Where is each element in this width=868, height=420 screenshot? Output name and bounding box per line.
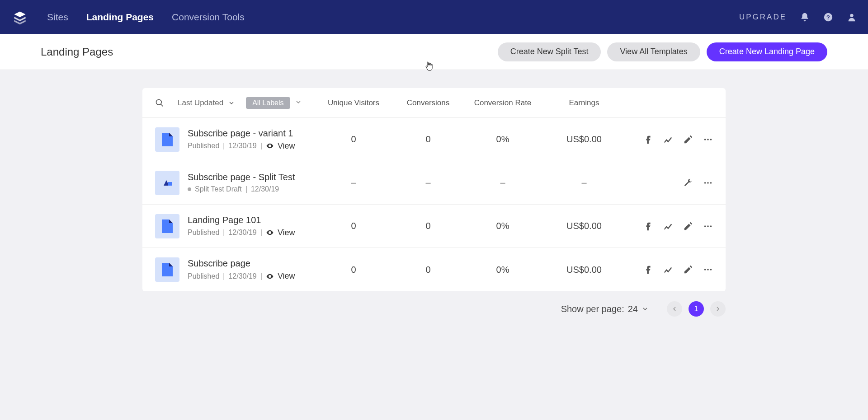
stat-earnings: US$0.00: [555, 134, 613, 145]
view-link[interactable]: View: [278, 228, 295, 238]
sub-header: Landing Pages Create New Split Test View…: [0, 34, 868, 70]
per-page-selector[interactable]: Show per page: 24: [561, 304, 649, 314]
view-link[interactable]: View: [278, 141, 295, 151]
more-icon[interactable]: [703, 135, 713, 145]
nav-landing-pages[interactable]: Landing Pages: [86, 12, 154, 23]
row-status: Published: [188, 142, 219, 150]
chevron-down-icon: [642, 305, 649, 313]
create-landing-page-button[interactable]: Create New Landing Page: [707, 42, 827, 61]
page-thumbnail-icon: [155, 127, 179, 152]
row-info: Landing Page 101 Published| 12/30/19| Vi…: [188, 215, 324, 238]
more-icon[interactable]: [703, 221, 713, 231]
svg-point-5: [704, 139, 706, 140]
table: Last Updated All Labels Unique Visitors …: [142, 88, 726, 291]
stat-conversions: –: [406, 177, 451, 188]
svg-point-6: [707, 139, 709, 140]
stat-unique-visitors: 0: [324, 265, 383, 275]
split-test-thumbnail-icon: [155, 171, 179, 195]
col-earnings: Earnings: [555, 98, 613, 107]
status-dot-icon: [188, 187, 191, 191]
stat-conversions: 0: [406, 134, 451, 145]
row-title[interactable]: Subscribe page - Split Test: [188, 172, 324, 182]
col-conversion-rate: Conversion Rate: [473, 98, 532, 107]
page-number-current[interactable]: 1: [689, 301, 704, 317]
stat-conversion-rate: 0%: [473, 221, 532, 231]
stat-unique-visitors: 0: [324, 134, 383, 145]
svg-point-3: [156, 99, 162, 105]
row-meta: Published| 12/30/19| View: [188, 228, 324, 238]
table-row: Subscribe page - Split Test Split Test D…: [142, 161, 726, 205]
help-icon[interactable]: ?: [823, 12, 834, 23]
table-row: Subscribe page - variant 1 Published| 12…: [142, 118, 726, 161]
page-thumbnail-icon: [155, 257, 179, 282]
svg-point-7: [710, 139, 712, 140]
facebook-icon[interactable]: [643, 221, 653, 231]
per-page-label: Show per page:: [561, 304, 624, 314]
eye-icon: [266, 272, 274, 280]
bell-icon[interactable]: [799, 12, 810, 23]
prev-page-button[interactable]: [667, 301, 682, 317]
analytics-icon[interactable]: [663, 265, 673, 275]
create-split-test-button[interactable]: Create New Split Test: [498, 42, 601, 61]
row-meta: Published| 12/30/19| View: [188, 271, 324, 281]
eye-icon: [266, 142, 274, 150]
sort-dropdown[interactable]: Last Updated: [178, 98, 235, 107]
row-status: Published: [188, 272, 219, 280]
edit-icon[interactable]: [683, 265, 693, 275]
edit-icon[interactable]: [683, 221, 693, 231]
nav-sites[interactable]: Sites: [47, 12, 68, 23]
per-page-value: 24: [628, 304, 638, 314]
svg-point-18: [710, 269, 712, 271]
row-title[interactable]: Subscribe page - variant 1: [188, 128, 324, 139]
row-date: 12/30/19: [228, 229, 256, 237]
logo-icon[interactable]: [11, 8, 29, 26]
label-dropdown-icon[interactable]: [295, 98, 302, 107]
svg-point-10: [704, 182, 706, 184]
next-page-button[interactable]: [710, 301, 726, 317]
row-info: Subscribe page - variant 1 Published| 12…: [188, 128, 324, 151]
svg-point-12: [710, 182, 712, 184]
table-head: Last Updated All Labels Unique Visitors …: [142, 88, 726, 118]
sort-label: Last Updated: [178, 98, 223, 107]
more-icon[interactable]: [703, 178, 713, 188]
svg-point-13: [704, 225, 706, 227]
row-title[interactable]: Subscribe page: [188, 258, 324, 269]
edit-icon[interactable]: [683, 135, 693, 145]
stat-earnings: US$0.00: [555, 221, 613, 231]
col-unique-visitors: Unique Visitors: [324, 98, 383, 107]
svg-point-16: [704, 269, 706, 271]
page-thumbnail-icon: [155, 214, 179, 238]
view-templates-button[interactable]: View All Templates: [607, 42, 700, 61]
label-filter-chip[interactable]: All Labels: [246, 97, 290, 109]
svg-line-4: [161, 104, 163, 106]
row-meta: Split Test Draft| 12/30/19: [188, 185, 324, 193]
stat-conversion-rate: –: [473, 177, 532, 188]
column-headers: Unique Visitors Conversions Conversion R…: [324, 98, 713, 107]
row-date: 12/30/19: [228, 272, 256, 280]
nav-conversion-tools[interactable]: Conversion Tools: [172, 12, 245, 23]
stat-earnings: –: [555, 177, 613, 188]
row-meta: Published| 12/30/19| View: [188, 141, 324, 151]
row-actions: [636, 178, 713, 188]
svg-point-2: [850, 14, 853, 17]
chevron-down-icon: [228, 99, 235, 107]
facebook-icon[interactable]: [643, 265, 653, 275]
stat-conversion-rate: 0%: [473, 134, 532, 145]
top-nav: Sites Landing Pages Conversion Tools UPG…: [0, 0, 868, 34]
svg-point-14: [707, 225, 709, 227]
row-stats: 0 0 0% US$0.00: [324, 265, 713, 275]
analytics-icon[interactable]: [663, 221, 673, 231]
row-title[interactable]: Landing Page 101: [188, 215, 324, 225]
upgrade-link[interactable]: UPGRADE: [739, 13, 787, 22]
svg-text:?: ?: [826, 14, 830, 20]
view-link[interactable]: View: [278, 271, 295, 281]
wrench-icon[interactable]: [683, 178, 693, 188]
more-icon[interactable]: [703, 265, 713, 275]
facebook-icon[interactable]: [643, 135, 653, 145]
sub-header-actions: Create New Split Test View All Templates…: [498, 42, 827, 61]
nav-links: Sites Landing Pages Conversion Tools: [47, 12, 245, 23]
profile-icon[interactable]: [846, 12, 857, 23]
stat-earnings: US$0.00: [555, 265, 613, 275]
analytics-icon[interactable]: [663, 135, 673, 145]
search-icon[interactable]: [155, 98, 164, 107]
